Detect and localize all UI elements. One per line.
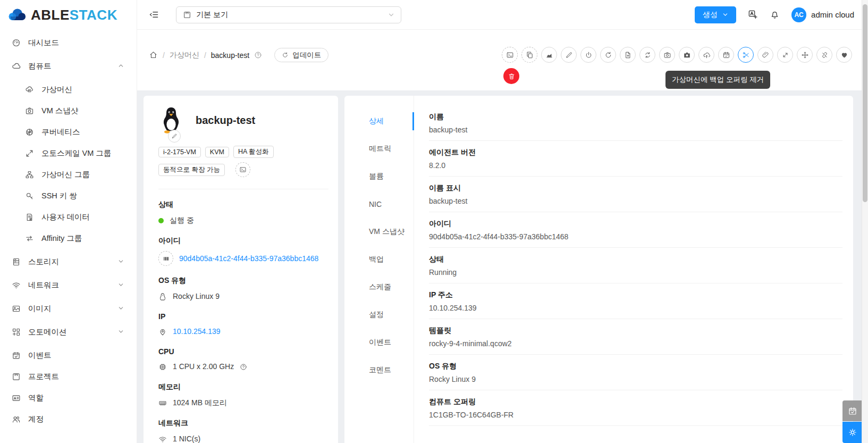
- sidebar-item[interactable]: 사용자 데이터: [0, 206, 137, 228]
- sidebar-item-label: 계정: [28, 414, 44, 424]
- delete-vm-button[interactable]: [503, 68, 519, 84]
- sidebar-item[interactable]: 이미지: [0, 298, 137, 319]
- reload-action-button[interactable]: [600, 47, 616, 63]
- os-logo: [158, 106, 184, 134]
- sidebar-item[interactable]: 쿠버네티스: [0, 121, 137, 143]
- tab-item[interactable]: 코멘트: [344, 356, 414, 384]
- sidebar-item-label: 가상머신: [41, 85, 72, 95]
- paperclip-action-button[interactable]: [757, 47, 773, 63]
- sync-action-button[interactable]: [639, 47, 655, 63]
- tab-item[interactable]: 볼륨: [344, 163, 414, 190]
- scissors-action-button[interactable]: [738, 47, 754, 63]
- ram-icon: [158, 399, 167, 407]
- sidebar-item[interactable]: 컴퓨트: [0, 55, 137, 77]
- power-action-button[interactable]: [580, 47, 596, 63]
- project-frame-icon: [12, 372, 21, 381]
- sidebar-item-label: 이미지: [28, 304, 52, 314]
- brand-logo[interactable]: ABLESTACK: [0, 0, 137, 30]
- sidebar-item[interactable]: 프로젝트: [0, 366, 137, 387]
- update-button[interactable]: 업데이트: [274, 48, 328, 62]
- edit-vm-button[interactable]: [168, 130, 181, 143]
- vm-field-label: 아이디: [158, 236, 328, 246]
- sidebar-item[interactable]: 스토리지: [0, 251, 137, 272]
- sidebar-item[interactable]: 오토메이션: [0, 321, 137, 342]
- tab-item[interactable]: VM 스냅샷: [344, 218, 414, 246]
- sidebar-item[interactable]: Affinity 그룹: [0, 228, 137, 249]
- edit-action-button[interactable]: [561, 47, 577, 63]
- home-icon[interactable]: [149, 51, 158, 60]
- help-icon[interactable]: [254, 51, 262, 59]
- camera-icon: [663, 51, 671, 59]
- tab-item[interactable]: 스케줄: [344, 273, 414, 301]
- camera-filled-action-button[interactable]: [679, 47, 695, 63]
- vm-summary-card: backup-test i-2-175-VMKVMHA 활성화동적으로 확장 가…: [144, 96, 338, 443]
- reload-icon: [282, 52, 289, 58]
- automation-icon: [12, 328, 21, 337]
- page-scrollbar[interactable]: [862, 0, 868, 443]
- sidebar-item[interactable]: 가상머신: [0, 79, 137, 100]
- sidebar-item[interactable]: 가상머신 그룹: [0, 164, 137, 185]
- sidebar: ABLESTACK 대시보드컴퓨트가상머신VM 스냅샷쿠버네티스오토스케일 VM…: [0, 0, 137, 443]
- dashboard-icon: [12, 38, 21, 47]
- vm-field-value[interactable]: 90d4b05a-41c2-4f44-b335-97a36bbc1468: [179, 253, 318, 264]
- view-select[interactable]: 기본 보기: [176, 6, 401, 23]
- event-shortcut-button[interactable]: [842, 400, 863, 421]
- vm-field: 아이디90d4b05a-41c2-4f44-b335-97a36bbc1468: [158, 236, 328, 266]
- console-badge-button[interactable]: [235, 162, 250, 177]
- tab-item[interactable]: NIC: [344, 190, 414, 218]
- chart-action-button[interactable]: [541, 47, 557, 63]
- sidebar-item[interactable]: 계정: [0, 408, 137, 430]
- notifications-bell-icon[interactable]: [770, 10, 780, 20]
- project-view-icon: [183, 11, 191, 19]
- copy-action-button[interactable]: [521, 47, 537, 63]
- settings-button[interactable]: [842, 422, 863, 443]
- detail-item: OS 유형Rocky Linux 9: [429, 355, 842, 390]
- user-menu[interactable]: AC admin cloud: [791, 7, 854, 22]
- detail-label: 템플릿: [429, 325, 842, 335]
- tab-item[interactable]: 백업: [344, 246, 414, 273]
- detail-value: Running: [429, 267, 842, 278]
- vm-field-value[interactable]: 10.10.254.139: [173, 326, 221, 337]
- sidebar-item[interactable]: 대시보드: [0, 32, 137, 53]
- account-icon: [12, 415, 21, 424]
- sidebar-item[interactable]: 네트워크: [0, 274, 137, 296]
- detail-label: 에이전트 버전: [429, 147, 842, 157]
- unlink-action-button[interactable]: [816, 47, 832, 63]
- arrow-diagonal-action-button[interactable]: [777, 47, 793, 63]
- sidebar-item-label: 프로젝트: [28, 372, 59, 382]
- sidebar-item-label: 쿠버네티스: [41, 127, 80, 137]
- vm-field-value: 1024 MB 메모리: [173, 397, 227, 408]
- calendar-check-action-button[interactable]: [718, 47, 734, 63]
- status-dot: [158, 218, 164, 223]
- console-action-button[interactable]: [502, 47, 518, 63]
- cloud-upload-action-button[interactable]: [698, 47, 714, 63]
- translate-icon[interactable]: [748, 10, 758, 20]
- detail-item: 상태Running: [429, 248, 842, 283]
- brand-cloud-icon: [6, 7, 28, 22]
- tab-item[interactable]: 메트릭: [344, 135, 414, 163]
- role-icon: [12, 394, 21, 403]
- sidebar-item[interactable]: 역할: [0, 387, 137, 408]
- breadcrumb-section[interactable]: 가상머신: [170, 51, 199, 60]
- camera-action-button[interactable]: [659, 47, 675, 63]
- chevron-down-icon: [388, 12, 394, 18]
- move-action-button[interactable]: [797, 47, 813, 63]
- sidebar-item[interactable]: SSH 키 쌍: [0, 185, 137, 206]
- user-name: admin cloud: [811, 10, 854, 19]
- sidebar-item[interactable]: 오토스케일 VM 그룹: [0, 143, 137, 164]
- tab-item[interactable]: 이벤트: [344, 329, 414, 356]
- heart-action-button[interactable]: [836, 47, 852, 63]
- sidebar-item-label: VM 스냅샷: [41, 106, 78, 116]
- sidebar-collapse-button[interactable]: [149, 10, 159, 20]
- tab-details[interactable]: 상세: [344, 107, 414, 135]
- sidebar-item[interactable]: 이벤트: [0, 345, 137, 366]
- scrollbar-thumb[interactable]: [863, 4, 867, 202]
- vm-tag: 동적으로 확장 가능: [158, 164, 225, 176]
- sidebar-item[interactable]: VM 스냅샷: [0, 100, 137, 121]
- tab-item[interactable]: 설정: [344, 301, 414, 329]
- sidebar-item-label: 네트워크: [28, 280, 59, 290]
- question-icon[interactable]: [240, 363, 247, 371]
- vm-actions-toolbar: [502, 47, 852, 63]
- file-add-action-button[interactable]: [620, 47, 636, 63]
- create-button[interactable]: 생성: [695, 6, 736, 23]
